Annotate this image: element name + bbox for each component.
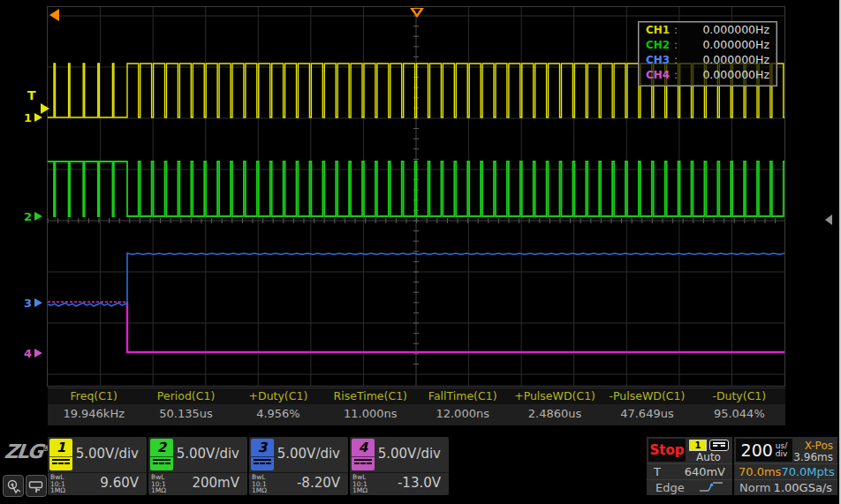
touchpad-button[interactable] bbox=[26, 475, 47, 497]
trigger-type-row[interactable]: Edge bbox=[647, 479, 732, 495]
channel-4-marker[interactable]: 4 bbox=[24, 346, 42, 360]
timebase-scale-value: 200 bbox=[741, 440, 773, 460]
acquisition-row[interactable]: Norm 1.00GSa/s bbox=[734, 479, 837, 495]
measurement-value-freq: 19.946kHz bbox=[48, 404, 140, 425]
meter-row-ch3: CH3 : 0.000000Hz bbox=[639, 52, 777, 67]
channel-4-badge[interactable]: 4 bbox=[352, 439, 375, 470]
channel-3-offset: -8.20V bbox=[297, 475, 340, 491]
trigger-source-badge[interactable]: 1 bbox=[689, 440, 707, 451]
record-row[interactable]: 70.0ms 70.0Mpts bbox=[734, 463, 837, 479]
meter-ch1-label: CH1 bbox=[646, 24, 674, 36]
channel-2-badge[interactable]: 2 bbox=[150, 439, 173, 470]
trigger-panel[interactable]: Stop 1 Auto T 640mV Edge bbox=[647, 437, 732, 495]
channel-4-scale: 5.00V/div bbox=[378, 446, 441, 462]
oscilloscope-screen: T 1 2 3 4 CH1 : 0.000000Hz CH2 : 0.00000… bbox=[0, 0, 841, 504]
meter-ch3-value: 0.000000Hz bbox=[702, 53, 769, 66]
measurement-value-npulsewd: 47.649us bbox=[601, 404, 693, 425]
channel-4-probe-info: BwL10:11MΩ bbox=[352, 474, 367, 494]
measurement-slot-nduty[interactable]: -Duty(C1) bbox=[693, 388, 785, 404]
channel-1-scale: 5.00V/div bbox=[76, 446, 139, 462]
record-time: 70.0ms bbox=[739, 465, 781, 478]
touch-gesture-button[interactable] bbox=[3, 475, 24, 497]
dc-coupling-icon bbox=[352, 456, 375, 470]
channel-1-marker-label: 1 bbox=[24, 111, 32, 124]
arrow-right-icon bbox=[34, 212, 42, 221]
measurement-value-ppulsewd: 2.4860us bbox=[509, 404, 601, 425]
arrow-right-icon bbox=[34, 298, 42, 307]
record-points: 70.0Mpts bbox=[781, 465, 834, 478]
brand-logo: ZLG® bbox=[4, 440, 51, 463]
trigger-type-label: Edge bbox=[655, 481, 685, 494]
channel-2-number: 2 bbox=[150, 439, 173, 456]
trigger-position-marker[interactable] bbox=[410, 8, 424, 18]
measurement-value-row: 19.946kHz 50.135us 4.956% 11.000ns 12.00… bbox=[48, 404, 785, 425]
meter-row-ch2: CH2 : 0.000000Hz bbox=[639, 37, 777, 52]
meter-ch2-label: CH2 bbox=[646, 39, 674, 51]
meter-separator: : bbox=[674, 54, 678, 66]
channel-3-probe-info: BwL10:11MΩ bbox=[252, 474, 267, 494]
meter-separator: : bbox=[674, 39, 678, 51]
measurement-label-row: Freq(C1) Period(C1) +Duty(C1) RiseTime(C… bbox=[48, 387, 785, 404]
meter-ch2-value: 0.000000Hz bbox=[702, 38, 769, 51]
measurement-slot-period[interactable]: Period(C1) bbox=[140, 388, 231, 404]
measurement-slot-ppulsewd[interactable]: +PulseWD(C1) bbox=[509, 388, 601, 404]
channel-1-badge[interactable]: 1 bbox=[49, 439, 72, 470]
channel-2-probe-info: BwL10:11MΩ bbox=[151, 474, 166, 494]
measurement-slot-falltime[interactable]: FallTime(C1) bbox=[417, 388, 509, 404]
channel-3-marker-label: 3 bbox=[24, 297, 32, 310]
channel-2-offset: 200mV bbox=[192, 475, 239, 491]
arrow-right-icon bbox=[34, 113, 42, 122]
measurement-slot-npulsewd[interactable]: -PulseWD(C1) bbox=[601, 388, 693, 404]
acquisition-mode: Norm bbox=[739, 481, 770, 494]
channel-1-marker[interactable]: 1 bbox=[24, 110, 42, 124]
hand-on-pad-icon bbox=[28, 478, 44, 494]
measurement-slot-pduty[interactable]: +Duty(C1) bbox=[232, 388, 324, 404]
measurement-value-period: 50.135us bbox=[140, 404, 231, 425]
trigger-coupling-icon[interactable] bbox=[709, 440, 729, 451]
tap-icon bbox=[5, 478, 21, 494]
edge-rising-icon bbox=[699, 481, 724, 495]
channel-3-panel[interactable]: 3 5.00V/div BwL10:11MΩ -8.20V bbox=[249, 437, 348, 495]
meter-ch3-label: CH3 bbox=[646, 54, 674, 66]
channel-1-panel[interactable]: 1 5.00V/div BwL10:11MΩ 9.60V bbox=[48, 437, 147, 495]
timebase-scale-box[interactable]: 200 us/div bbox=[736, 439, 792, 462]
measurement-value-risetime: 11.000ns bbox=[324, 404, 416, 425]
xpos-label: X-Pos bbox=[805, 440, 833, 452]
channel-2-marker[interactable]: 2 bbox=[24, 209, 42, 223]
channel-1-probe-info: BwL10:11MΩ bbox=[50, 474, 65, 494]
trigger-level-label: T bbox=[27, 88, 36, 102]
frequency-meter-box[interactable]: CH1 : 0.000000Hz CH2 : 0.000000Hz CH3 : … bbox=[638, 21, 777, 87]
channel-4-offset: -13.0V bbox=[398, 475, 441, 491]
timebase-panel[interactable]: 200 us/div X-Pos 3.96ms 70.0ms 70.0Mpts … bbox=[734, 437, 837, 495]
trigger-level-row[interactable]: T 640mV bbox=[647, 463, 732, 479]
channel-1-offset: 9.60V bbox=[100, 475, 139, 491]
channel-3-marker[interactable]: 3 bbox=[24, 296, 42, 310]
trigger-mode[interactable]: Auto bbox=[688, 451, 729, 463]
channel-3-scale: 5.00V/div bbox=[277, 446, 340, 462]
meter-separator: : bbox=[674, 24, 678, 36]
channel-3-number: 3 bbox=[251, 439, 274, 456]
channel-3-badge[interactable]: 3 bbox=[251, 439, 274, 470]
channel-2-marker-label: 2 bbox=[24, 210, 32, 223]
brand-name: ZLG bbox=[4, 440, 43, 463]
channel-4-marker-label: 4 bbox=[24, 347, 32, 360]
dc-coupling-icon bbox=[251, 456, 274, 470]
channel-2-panel[interactable]: 2 5.00V/div BwL10:11MΩ 200mV bbox=[148, 437, 247, 495]
channel-2-scale: 5.00V/div bbox=[177, 446, 239, 462]
measurement-value-nduty: 95.044% bbox=[693, 404, 785, 425]
measurement-slot-risetime[interactable]: RiseTime(C1) bbox=[324, 388, 416, 404]
timebase-scale-unit: us/div bbox=[776, 442, 788, 458]
run-stop-indicator[interactable]: Stop bbox=[648, 439, 686, 462]
measurement-slot-freq[interactable]: Freq(C1) bbox=[48, 388, 140, 404]
channel-4-panel[interactable]: 4 5.00V/div BwL10:11MΩ -13.0V bbox=[350, 437, 449, 495]
meter-ch1-value: 0.000000Hz bbox=[702, 23, 769, 36]
xpos-value[interactable]: 3.96ms bbox=[793, 451, 833, 463]
meter-separator: : bbox=[674, 69, 678, 81]
trigger-level-row-label: T bbox=[654, 465, 661, 478]
dc-coupling-icon bbox=[150, 456, 173, 470]
channel-4-number: 4 bbox=[352, 439, 375, 456]
side-menu-handle-icon[interactable] bbox=[825, 214, 832, 225]
meter-row-ch4: CH4 : 0.000000Hz bbox=[639, 67, 777, 82]
trigger-corner-icon bbox=[49, 9, 59, 21]
dc-coupling-icon bbox=[49, 456, 72, 470]
